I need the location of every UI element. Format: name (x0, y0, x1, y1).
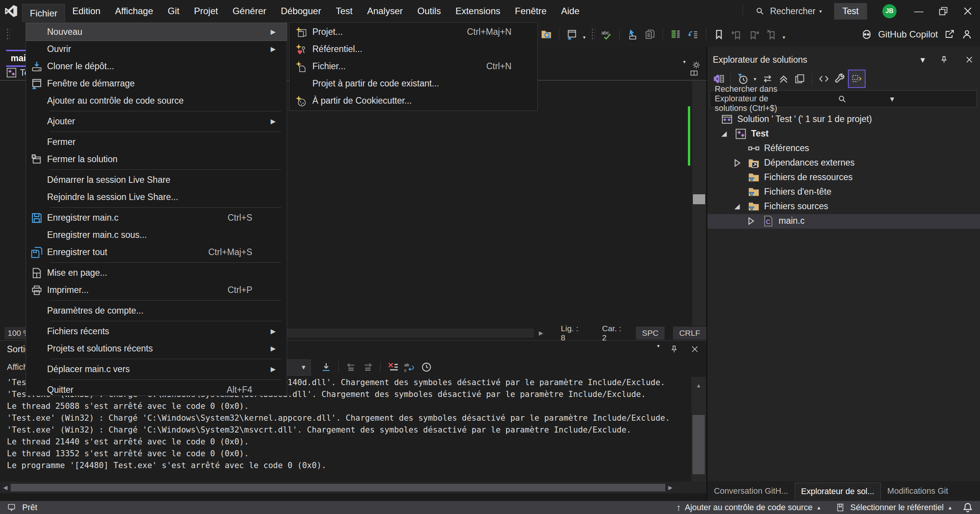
menubar-item-analyser[interactable]: Analyser (360, 0, 410, 22)
tree-item-test[interactable]: Test (707, 127, 980, 142)
send-feedback-icon[interactable] (961, 28, 973, 41)
view-code-icon[interactable] (816, 70, 832, 87)
solution-explorer-search[interactable]: Rechercher dans Explorateur de solutions… (710, 90, 977, 107)
menubar-item-affichage[interactable]: Affichage (108, 0, 160, 22)
file-menu-item-quitter[interactable]: QuitterAlt+F4 (26, 381, 287, 399)
file-menu-item-enregistrer-main-c-sous-[interactable]: Enregistrer main.c sous... (26, 226, 287, 244)
new-submenu-item-référentiel-[interactable]: Référentiel... (289, 41, 537, 58)
menubar-item-outils[interactable]: Outils (410, 0, 448, 22)
expander-collapsed-icon[interactable] (731, 157, 743, 171)
chevron-down-icon[interactable]: ▾ (657, 343, 660, 355)
minimize-button[interactable]: — (906, 0, 931, 22)
copy-structure-icon[interactable] (641, 26, 659, 43)
new-submenu-item-projet-à-partir-de-code-existant-[interactable]: Projet à partir de code existant... (289, 75, 537, 92)
menubar-item-edition[interactable]: Edition (65, 0, 108, 22)
expander-expanded-icon[interactable] (731, 201, 743, 215)
properties-wrench-icon[interactable] (832, 70, 848, 87)
undo-indent-icon[interactable] (684, 26, 702, 43)
panel-tab-conversation-gith-[interactable]: Conversation GitH... (707, 482, 795, 500)
spaces-indicator[interactable]: SPC (636, 327, 665, 340)
file-menu-item-démarrer-la-session-live-share[interactable]: Démarrer la session Live Share (26, 171, 287, 189)
file-menu-item-nouveau[interactable]: Nouveau▶ (26, 23, 287, 41)
arrow-left-icon[interactable] (343, 359, 359, 376)
format-indent-icon[interactable] (667, 26, 684, 43)
select-mode-icon[interactable] (624, 26, 641, 43)
file-menu-item-cloner-le-dépôt-[interactable]: Cloner le dépôt... (26, 58, 287, 75)
share-icon[interactable] (943, 28, 956, 41)
clear-all-icon[interactable] (384, 359, 401, 376)
file-menu-item-imprimer-[interactable]: Imprimer...Ctrl+P (26, 281, 287, 299)
output-horizontal-scrollbar[interactable]: ◀ ▶ (0, 481, 706, 494)
file-menu-item-fichiers-récents[interactable]: Fichiers récents▶ (26, 323, 287, 340)
arrow-right-icon[interactable] (359, 359, 376, 376)
github-copilot-icon[interactable] (861, 28, 873, 41)
file-menu-item-enregistrer-main-c[interactable]: Enregistrer main.cCtrl+S (26, 209, 287, 226)
scroll-right-icon[interactable]: ▶ (539, 330, 544, 337)
file-menu-item-déplacer-main-c-vers[interactable]: Déplacer main.c vers▶ (26, 361, 287, 378)
spell-check-icon[interactable]: abc (598, 26, 616, 43)
expander-collapsed-icon[interactable] (745, 215, 756, 229)
editor-vertical-scrollbar[interactable] (692, 81, 706, 326)
file-menu-item-rejoindre-la-session-live-share-[interactable]: Rejoindre la session Live Share... (26, 189, 287, 206)
file-menu-item-ajouter[interactable]: Ajouter▶ (26, 113, 287, 130)
chevron-down-icon[interactable]: ▾ (754, 76, 756, 82)
file-menu-item-mise-en-page-[interactable]: Mise en page... (26, 264, 287, 281)
menubar-item-générer[interactable]: Générer (225, 0, 273, 22)
new-submenu-item-projet-[interactable]: Projet...Ctrl+Maj+N (289, 23, 537, 41)
file-menu-item-ouvrir[interactable]: Ouvrir▶ (26, 41, 287, 58)
show-all-files-icon[interactable] (848, 70, 866, 88)
tree-item-fichiers-sources[interactable]: Fichiers sources (707, 200, 980, 214)
search-icon[interactable] (801, 93, 883, 105)
toolbar-drag-handle[interactable] (6, 28, 10, 41)
new-submenu-item-à-partir-de-cookiecutter-[interactable]: À partir de Cookiecutter... (289, 92, 537, 109)
close-button[interactable] (956, 0, 980, 22)
pin-icon[interactable] (668, 343, 680, 355)
menubar-item-test[interactable]: Test (328, 0, 360, 22)
toolbar-drag-handle[interactable] (591, 28, 595, 41)
panel-tab-modifications-git[interactable]: Modifications Git (881, 482, 955, 500)
menubar-item-projet[interactable]: Projet (187, 0, 225, 22)
tree-item-solution-test-1-sur-1-de-projet-[interactable]: Solution ' Test ' (' 1 sur 1 de projet) (707, 112, 980, 127)
chevron-down-icon[interactable]: ▾ (783, 34, 786, 40)
menubar-item-fichier[interactable]: Fichier (22, 4, 65, 22)
file-menu-item-paramètres-de-compte-[interactable]: Paramètres de compte... (26, 302, 287, 319)
menubar-item-git[interactable]: Git (160, 0, 187, 22)
menubar-item-aide[interactable]: Aide (554, 0, 587, 22)
scrollbar-thumb[interactable] (11, 484, 665, 491)
file-menu-item-fenêtre-de-démarrage[interactable]: Fenêtre de démarrage (26, 75, 287, 92)
scrollbar-thumb[interactable] (693, 415, 705, 474)
chevron-down-icon[interactable]: ▾ (890, 94, 972, 104)
file-menu-item-fermer[interactable]: Fermer (26, 133, 287, 151)
scrollbar-thumb[interactable] (693, 194, 705, 204)
select-repository-button[interactable]: Sélectionner le référentiel ▲ (830, 501, 956, 514)
search-box[interactable]: Rechercher ▾ (747, 5, 828, 17)
jump-bottom-icon[interactable] (318, 359, 335, 376)
tree-item-main.c[interactable]: Cmain.c (707, 214, 980, 229)
clear-bookmarks-icon[interactable] (763, 26, 781, 43)
file-menu-item-enregistrer-tout[interactable]: Enregistrer toutCtrl+Maj+S (26, 244, 287, 261)
chevron-down-icon[interactable]: ▾ (583, 34, 586, 40)
output-vertical-scrollbar[interactable]: ▲ (691, 377, 706, 481)
new-submenu-item-fichier-[interactable]: Fichier...Ctrl+N (289, 58, 537, 75)
add-to-source-control-button[interactable]: ↑ Ajouter au contrôle de code source ▲ (673, 502, 825, 513)
menubar-item-déboguer[interactable]: Déboguer (273, 0, 328, 22)
file-menu-item-fermer-la-solution[interactable]: Fermer la solution (26, 151, 287, 168)
tree-item-dépendances-externes[interactable]: Dépendances externes (707, 156, 980, 171)
file-menu-item-ajouter-au-contrôle-de-code-source[interactable]: Ajouter au contrôle de code source (26, 92, 287, 109)
folder-search-icon[interactable] (537, 26, 555, 43)
scroll-left-icon[interactable]: ◀ (3, 484, 8, 491)
toggle-bookmark-icon[interactable] (710, 26, 728, 43)
restore-button[interactable] (931, 0, 956, 22)
next-bookmark-icon[interactable] (745, 26, 763, 43)
panel-tab-explorateur-de-sol-[interactable]: Explorateur de sol... (795, 483, 881, 500)
scroll-right-icon[interactable]: ▶ (668, 484, 673, 491)
pin-icon[interactable] (938, 54, 950, 66)
github-copilot-label[interactable]: GitHub Copilot (878, 29, 938, 40)
word-wrap-icon[interactable]: abc (401, 359, 418, 376)
split-window-icon[interactable] (688, 67, 700, 79)
tree-item-fichiers-de-ressources[interactable]: Fichiers de ressources (707, 171, 980, 185)
file-menu-item-projets-et-solutions-récents[interactable]: Projets et solutions récents▶ (26, 340, 287, 357)
menubar-item-fenêtre[interactable]: Fenêtre (508, 0, 554, 22)
avatar[interactable]: JB (882, 4, 897, 18)
scroll-up-icon[interactable]: ▲ (691, 382, 706, 389)
